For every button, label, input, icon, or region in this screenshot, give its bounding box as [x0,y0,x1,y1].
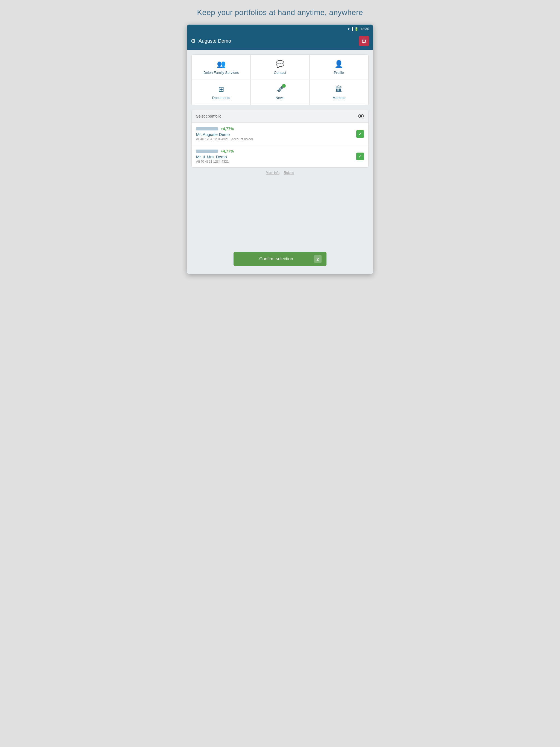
nav-item-news[interactable]: 🗞 News [251,80,309,105]
portfolio-item-2-left: +4,77% Mr. & Mrs. Demo AB40 4321 1234 43… [196,149,356,163]
app-header: ⚙ Auguste Demo ⏻ [187,33,373,50]
confirm-selection-button[interactable]: Confirm selection 2 [233,252,327,266]
check-icon-2: ✓ [358,154,362,159]
portfolio-item-1[interactable]: +4,77% Mr. Auguste Demo AB40 1234 1234 4… [192,123,368,145]
nav-label-news: News [276,96,285,100]
nav-label-documents: Documents [212,96,230,100]
portfolio-header: Select portfolio 👁‍🗨 [192,110,368,123]
eye-off-icon[interactable]: 👁‍🗨 [358,113,364,119]
portfolio-item-1-left: +4,77% Mr. Auguste Demo AB40 1234 1234 4… [196,127,356,141]
portfolio-name-1: Mr. Auguste Demo [196,132,356,137]
portfolio-header-title: Select portfolio [196,114,222,119]
status-icons: ▾ ▐ 🔋 [348,27,359,31]
status-time: 12:30 [360,27,369,31]
portfolio-bar-2 [196,150,218,153]
reload-link[interactable]: Reload [284,171,294,175]
page-wrapper: Keep your portfolios at hand anytime, an… [184,8,376,274]
nav-grid: 👥 Delen Family Services 💬 Contact 👤 Prof… [192,54,368,105]
news-badge [282,84,286,88]
portfolio-checkbox-2[interactable]: ✓ [356,153,364,160]
nav-item-markets[interactable]: 🏛 Markets [309,80,368,105]
nav-item-profile[interactable]: 👤 Profile [309,55,368,80]
portfolio-item-2[interactable]: +4,77% Mr. & Mrs. Demo AB40 4321 1234 43… [192,145,368,168]
portfolio-item-2-top: +4,77% [196,149,356,153]
confirm-label: Confirm selection [238,256,314,261]
nav-item-contact[interactable]: 💬 Contact [251,55,309,80]
footer-links: More info Reload [192,171,368,175]
device-frame: ▾ ▐ 🔋 12:30 ⚙ Auguste Demo ⏻ 👥 D [187,25,373,274]
more-info-link[interactable]: More info [266,171,279,175]
nav-label-profile: Profile [334,71,344,75]
profile-icon: 👤 [334,60,343,68]
news-icon: 🗞 [276,85,284,94]
confirm-count-badge: 2 [314,255,322,263]
confirm-button-wrapper: Confirm selection 2 [233,252,327,266]
header-left: ⚙ Auguste Demo [191,38,231,44]
portfolio-sub-1: AB40 1234 1234 4321 · Account holder [196,137,356,141]
nav-label-markets: Markets [332,96,345,100]
power-button[interactable]: ⏻ [359,36,369,46]
wifi-icon: ▾ [348,27,350,31]
app-title: Auguste Demo [199,38,231,44]
check-icon-1: ✓ [358,131,362,136]
nav-item-family[interactable]: 👥 Delen Family Services [192,55,251,80]
contact-icon: 💬 [276,60,284,68]
signal-icon: ▐ [351,27,353,31]
portfolio-percent-1: +4,77% [221,127,234,131]
portfolio-percent-2: +4,77% [221,149,234,153]
portfolio-card: Select portfolio 👁‍🗨 +4,77% Mr. Auguste … [192,110,368,168]
portfolio-name-2: Mr. & Mrs. Demo [196,154,356,159]
status-bar: ▾ ▐ 🔋 12:30 [187,25,373,33]
battery-icon: 🔋 [354,27,358,31]
content-area: 👥 Delen Family Services 💬 Contact 👤 Prof… [187,50,373,274]
power-icon: ⏻ [361,38,366,44]
nav-item-documents[interactable]: ⊞ Documents [192,80,251,105]
nav-label-family: Delen Family Services [203,71,239,75]
portfolio-bar-1 [196,127,218,130]
nav-label-contact: Contact [274,71,286,75]
portfolio-item-1-top: +4,77% [196,127,356,131]
portfolio-checkbox-1[interactable]: ✓ [356,130,364,138]
documents-icon: ⊞ [218,85,224,94]
page-headline: Keep your portfolios at hand anytime, an… [197,8,363,17]
markets-icon: 🏛 [335,85,342,94]
family-icon: 👥 [217,60,226,68]
gear-icon[interactable]: ⚙ [191,38,196,44]
portfolio-sub-2: AB40 4321 1234 4321 [196,160,356,163]
